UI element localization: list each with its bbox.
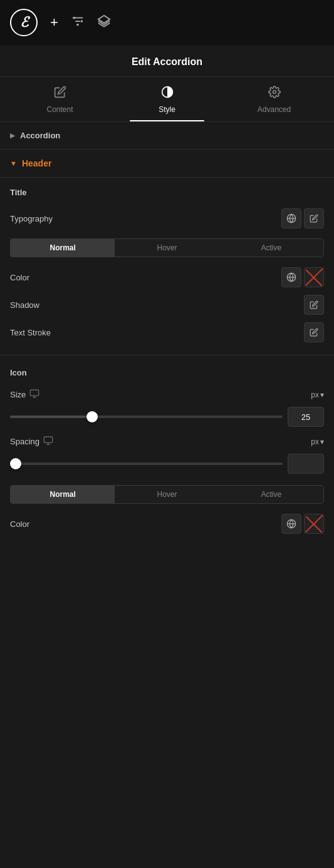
- svg-point-8: [273, 91, 276, 94]
- icon-color-row: Color: [10, 510, 324, 538]
- icon-state-tabs: Normal Hover Active: [10, 485, 324, 504]
- style-tab-label: Style: [159, 105, 175, 114]
- spacing-unit-label: px: [311, 437, 319, 446]
- style-tabs: Content Style Advanced: [0, 77, 334, 122]
- spacing-slider-row: [10, 451, 324, 479]
- spacing-slider-track[interactable]: [10, 462, 283, 465]
- shadow-edit-button[interactable]: [304, 295, 324, 315]
- layers-icon[interactable]: [97, 14, 111, 31]
- typography-controls: [281, 208, 324, 228]
- shadow-label: Shadow: [10, 300, 39, 310]
- color-global-button[interactable]: [281, 267, 301, 287]
- size-slider-container: 25: [10, 407, 324, 427]
- size-label-group: Size: [10, 389, 39, 401]
- size-label: Size: [10, 390, 26, 399]
- title-subsection-label: Title: [10, 188, 324, 197]
- typography-row: Typography: [10, 205, 324, 232]
- icon-size-row: Size px ▾: [10, 385, 324, 404]
- svg-rect-16: [44, 437, 52, 442]
- logo-text: ℰ: [20, 14, 28, 31]
- title-state-active[interactable]: Active: [219, 239, 323, 257]
- shadow-row: Shadow: [10, 291, 324, 319]
- typography-label: Typography: [10, 214, 53, 223]
- size-unit-arrow: ▾: [320, 391, 324, 399]
- panel-title: Edit Accordion: [0, 56, 334, 68]
- tab-advanced[interactable]: Advanced: [221, 86, 328, 121]
- icon-state-active[interactable]: Active: [219, 486, 323, 503]
- content-tab-label: Content: [46, 105, 73, 114]
- tab-style[interactable]: Style: [113, 86, 221, 121]
- typography-global-button[interactable]: [281, 208, 301, 228]
- icon-color-controls: [281, 514, 324, 534]
- color-controls: [281, 267, 324, 287]
- svg-point-3: [73, 16, 76, 19]
- color-swatch[interactable]: [304, 267, 324, 287]
- header-arrow-icon: ▼: [10, 160, 17, 167]
- icon-subsection-label: Icon: [10, 368, 324, 377]
- accordion-section: ▶ Accordion: [0, 122, 334, 150]
- text-stroke-row: Text Stroke: [10, 319, 324, 346]
- icon-state-normal[interactable]: Normal: [11, 486, 115, 503]
- spacing-unit-arrow: ▾: [320, 437, 324, 446]
- add-element-button[interactable]: +: [50, 14, 58, 31]
- spacing-label: Spacing: [10, 437, 39, 446]
- elementor-logo[interactable]: ℰ: [10, 9, 38, 36]
- text-stroke-edit-button[interactable]: [304, 322, 324, 342]
- icon-color-swatch[interactable]: [304, 514, 324, 534]
- size-unit-select[interactable]: px ▾: [311, 391, 324, 399]
- title-subsection: Title Typography: [0, 178, 334, 352]
- header-section: ▼ Header Title Typography: [0, 150, 334, 544]
- icon-color-label: Color: [10, 519, 29, 529]
- size-unit-label: px: [311, 391, 319, 399]
- panel-header: Edit Accordion: [0, 45, 334, 77]
- header-section-toggle[interactable]: ▼ Header: [0, 150, 334, 178]
- toolbar: ℰ +: [0, 0, 334, 45]
- title-state-normal[interactable]: Normal: [11, 239, 115, 257]
- icon-color-global-button[interactable]: [281, 514, 301, 534]
- icon-spacing-row: Spacing px ▾: [10, 432, 324, 451]
- tab-content[interactable]: Content: [6, 86, 113, 121]
- svg-rect-13: [31, 390, 39, 396]
- spacing-label-group: Spacing: [10, 436, 53, 447]
- icon-state-hover[interactable]: Hover: [115, 486, 219, 503]
- accordion-section-toggle[interactable]: ▶ Accordion: [10, 131, 324, 140]
- title-state-hover[interactable]: Hover: [115, 239, 219, 257]
- svg-point-4: [80, 20, 83, 23]
- advanced-tab-icon: [268, 86, 281, 101]
- spacing-responsive-icon[interactable]: [43, 436, 53, 447]
- spacing-slider-container: [10, 454, 324, 474]
- spacing-input[interactable]: [288, 454, 324, 474]
- typography-edit-button[interactable]: [304, 208, 324, 228]
- header-section-label: Header: [22, 158, 51, 168]
- size-input[interactable]: 25: [288, 407, 324, 427]
- icon-subsection: Icon Size px ▾: [0, 358, 334, 544]
- content-tab-icon: [54, 86, 66, 101]
- size-slider-row: 25: [10, 404, 324, 432]
- svg-point-5: [76, 23, 79, 26]
- style-tab-icon: [161, 86, 174, 101]
- spacing-unit-select[interactable]: px ▾: [311, 437, 324, 446]
- accordion-arrow-icon: ▶: [10, 132, 15, 139]
- size-responsive-icon[interactable]: [29, 389, 39, 401]
- color-row: Color: [10, 263, 324, 291]
- accordion-section-label: Accordion: [20, 131, 60, 140]
- advanced-tab-label: Advanced: [258, 105, 291, 114]
- filters-icon[interactable]: [71, 14, 85, 31]
- title-state-tabs: Normal Hover Active: [10, 238, 324, 257]
- color-label: Color: [10, 273, 29, 282]
- size-slider-track[interactable]: [10, 416, 283, 418]
- text-stroke-label: Text Stroke: [10, 328, 51, 337]
